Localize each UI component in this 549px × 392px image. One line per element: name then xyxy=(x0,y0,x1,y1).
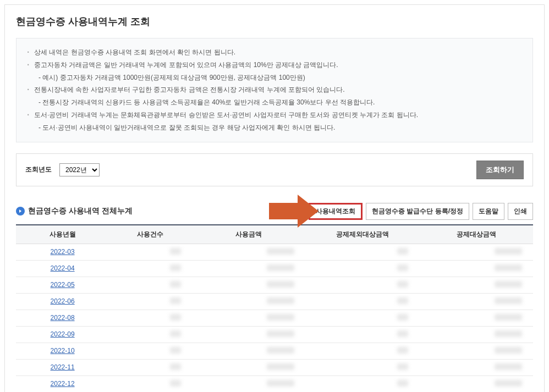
amount-cell xyxy=(192,326,306,343)
deductible-cell xyxy=(419,359,533,376)
count-cell xyxy=(109,376,191,392)
table-row: 2022-04 xyxy=(16,260,533,277)
excluded-cell xyxy=(305,310,419,326)
month-link[interactable]: 2022-04 xyxy=(51,264,75,272)
col-month: 사용년월 xyxy=(16,225,109,244)
table-row: 2022-05 xyxy=(16,277,533,293)
arrow-circle-icon xyxy=(16,207,25,216)
count-cell xyxy=(109,326,191,343)
col-deductible: 공제대상금액 xyxy=(419,225,533,244)
issue-register-button[interactable]: 현금영수증 발급수단 등록/정정 xyxy=(366,203,469,220)
deductible-cell xyxy=(419,277,533,293)
deductible-cell xyxy=(419,244,533,260)
excluded-cell xyxy=(305,277,419,293)
search-bar: 조회년도 2022년 조회하기 xyxy=(16,153,533,186)
year-select[interactable]: 2022년 xyxy=(59,163,100,176)
month-link[interactable]: 2022-11 xyxy=(51,363,75,371)
amount-cell xyxy=(192,277,306,293)
amount-cell xyxy=(192,376,306,392)
excluded-cell xyxy=(305,260,419,277)
col-count: 사용건수 xyxy=(109,225,191,244)
deductible-cell xyxy=(419,326,533,343)
col-amount: 사용금액 xyxy=(192,225,306,244)
info-item: 도서·공연비 거래내역 누계는 문화체육관광부로부터 승인받은 도서·공연비 사… xyxy=(28,109,521,122)
month-link[interactable]: 2022-08 xyxy=(51,314,75,322)
info-item: 중고자동차 거래금액은 일반 거래내역 누계에 포함되어 있으며 사용금액의 1… xyxy=(28,59,521,71)
table-row: 2022-06 xyxy=(16,293,533,310)
amount-cell xyxy=(192,244,306,260)
amount-cell xyxy=(192,260,306,277)
page-title: 현금영수증 사용내역누계 조회 xyxy=(16,15,533,28)
month-link[interactable]: 2022-09 xyxy=(51,330,75,338)
print-button[interactable]: 인쇄 xyxy=(508,203,533,220)
search-button[interactable]: 조회하기 xyxy=(476,161,524,179)
month-cell: 2022-08 xyxy=(16,310,109,326)
month-link[interactable]: 2022-05 xyxy=(51,281,75,289)
month-cell: 2022-11 xyxy=(16,359,109,376)
excluded-cell xyxy=(305,343,419,359)
count-cell xyxy=(109,343,191,359)
info-box: 상세 내역은 현금영수증 사용내역 조회 화면에서 확인 하시면 됩니다.중고자… xyxy=(16,38,533,142)
deductible-cell xyxy=(419,343,533,359)
info-item: - 예시) 중고자동차 거래금액 1000만원(공제제외 대상금액 900만원,… xyxy=(28,71,521,84)
excluded-cell xyxy=(305,376,419,392)
count-cell xyxy=(109,244,191,260)
count-cell xyxy=(109,277,191,293)
month-cell: 2022-12 xyxy=(16,376,109,392)
info-item: 상세 내역은 현금영수증 사용내역 조회 화면에서 확인 하시면 됩니다. xyxy=(28,46,521,59)
table-row: 2022-12 xyxy=(16,376,533,392)
year-label: 조회년도 xyxy=(25,165,52,174)
section-header: 현금영수증 사용내역 전체누계 사용내역조회 현금영수증 발급수단 등록/정정 … xyxy=(16,203,533,220)
info-item: - 도서·공연비 사용내역이 일반거래내역으로 잘못 조회되는 경우 해당 사업… xyxy=(28,122,521,134)
amount-cell xyxy=(192,343,306,359)
table-row: 2022-09 xyxy=(16,326,533,343)
month-cell: 2022-04 xyxy=(16,260,109,277)
month-link[interactable]: 2022-03 xyxy=(51,248,75,256)
count-cell xyxy=(109,293,191,310)
table-row: 2022-03 xyxy=(16,244,533,260)
table-row: 2022-08 xyxy=(16,310,533,326)
count-cell xyxy=(109,359,191,376)
deductible-cell xyxy=(419,310,533,326)
month-cell: 2022-05 xyxy=(16,277,109,293)
info-item: 전통시장내에 속한 사업자로부터 구입한 중고자동차 금액은 전통시장 거래내역… xyxy=(28,84,521,96)
month-cell: 2022-10 xyxy=(16,343,109,359)
excluded-cell xyxy=(305,359,419,376)
month-link[interactable]: 2022-12 xyxy=(51,380,75,388)
count-cell xyxy=(109,310,191,326)
usage-detail-button[interactable]: 사용내역조회 xyxy=(309,203,363,220)
month-cell: 2022-09 xyxy=(16,326,109,343)
info-item: - 전통시장 거래내역의 신용카드 등 사용금액 소득공제율은 40%로 일반거… xyxy=(28,96,521,109)
usage-table: 사용년월 사용건수 사용금액 공제제외대상금액 공제대상금액 2022-0320… xyxy=(16,224,533,392)
col-excluded: 공제제외대상금액 xyxy=(305,225,419,244)
deductible-cell xyxy=(419,376,533,392)
section-title-text: 현금영수증 사용내역 전체누계 xyxy=(28,206,133,216)
deductible-cell xyxy=(419,293,533,310)
month-link[interactable]: 2022-06 xyxy=(51,297,75,305)
excluded-cell xyxy=(305,244,419,260)
amount-cell xyxy=(192,310,306,326)
excluded-cell xyxy=(305,326,419,343)
month-cell: 2022-03 xyxy=(16,244,109,260)
amount-cell xyxy=(192,359,306,376)
month-link[interactable]: 2022-10 xyxy=(51,347,75,355)
table-row: 2022-10 xyxy=(16,343,533,359)
help-button[interactable]: 도움말 xyxy=(473,203,504,220)
month-cell: 2022-06 xyxy=(16,293,109,310)
count-cell xyxy=(109,260,191,277)
amount-cell xyxy=(192,293,306,310)
table-row: 2022-11 xyxy=(16,359,533,376)
excluded-cell xyxy=(305,293,419,310)
deductible-cell xyxy=(419,260,533,277)
